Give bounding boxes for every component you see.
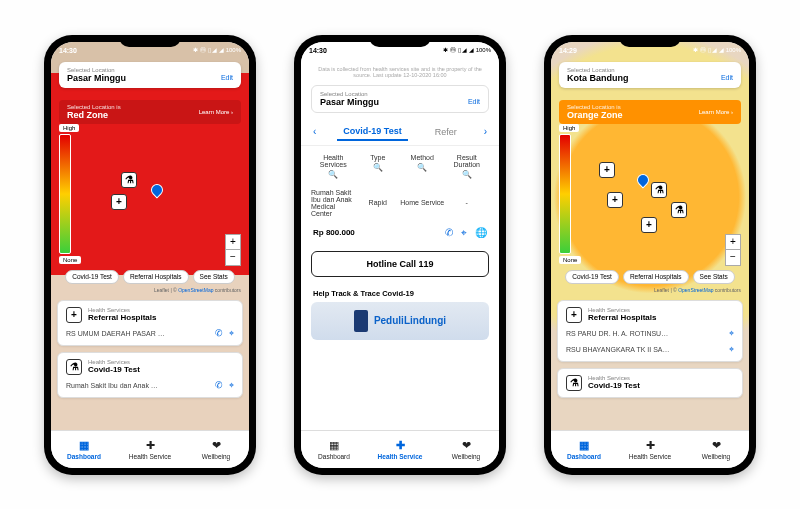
hospital-name: RS UMUM DAERAH PASAR … [66,330,165,337]
globe-icon[interactable]: 🌐 [475,227,487,239]
cell-duration: - [445,199,490,206]
cell-method: Home Service [400,199,445,206]
zoom-in-button[interactable]: + [225,234,241,250]
health-icon: ✚ [396,439,405,452]
map-pin-icon[interactable]: ⌖ [229,380,234,391]
col-method[interactable]: Method [400,154,445,161]
covid-test-card[interactable]: ⚗ Health Services Covid-19 Test Rumah Sa… [57,352,243,398]
marker-hospital-icon[interactable]: + [111,194,127,210]
chevron-left-icon[interactable]: ‹ [313,126,316,137]
referral-card[interactable]: + Health Services Referral Hospitals RS … [557,300,743,362]
edit-link[interactable]: Edit [221,74,233,81]
nav-health-service[interactable]: ✚Health Service [617,431,683,468]
location-name: Pasar Minggu [67,73,126,83]
zone-banner[interactable]: Selected Location is Red Zone Learn More… [59,100,241,124]
nav-wellbeing[interactable]: ❤Wellbeing [183,431,249,468]
marker-hospital-icon[interactable]: + [641,217,657,233]
zone-label: Selected Location is [67,104,121,110]
col-health-services[interactable]: Health Services [311,154,356,168]
map-content[interactable]: + + ⚗ ⚗ + Selected Location Kota Bandung… [551,42,749,430]
marker-lab-icon[interactable]: ⚗ [671,202,687,218]
search-icon[interactable]: 🔍 [356,163,401,172]
list-item[interactable]: RS UMUM DAERAH PASAR … ✆⌖ [66,328,234,339]
col-duration[interactable]: Result Duration [445,154,490,168]
phone-left: 14:30 ✱ ⓜ ▯ ◢ ◢ 100% ⚗ + Selected Locati… [44,35,256,475]
chevron-right-icon[interactable]: › [484,126,487,137]
pill-covid-test[interactable]: Covid-19 Test [65,270,119,285]
map-content[interactable]: ⚗ + Selected Location Pasar Minggu Edit … [51,42,249,430]
nav-dashboard[interactable]: ▦Dashboard [51,431,117,468]
zoom-out-button[interactable]: − [725,250,741,266]
phone-illustration-icon [354,310,368,332]
bottom-nav: ▦Dashboard ✚Health Service ❤Wellbeing [51,430,249,468]
search-icon[interactable]: 🔍 [445,170,490,179]
search-icon[interactable]: 🔍 [311,170,356,179]
phone-icon[interactable]: ✆ [215,380,223,391]
list-item[interactable]: RSU BHAYANGKARA TK II SA… ⌖ [566,344,734,355]
bottom-panel: + Health Services Referral Hospitals RS … [557,300,743,430]
lab-icon: ⚗ [66,359,82,375]
bottom-panel: + Health Services Referral Hospitals RS … [57,300,243,430]
map-attribution: Leaflet | © OpenStreetMap contributors [654,287,741,293]
risk-gradient [559,134,571,254]
dashboard-icon: ▦ [329,439,339,452]
bottom-nav: ▦Dashboard ✚Health Service ❤Wellbeing [301,430,499,468]
map-pin-icon[interactable]: ⌖ [229,328,234,339]
list-item[interactable]: Rumah Sakit Ibu dan Anak … ✆⌖ [66,380,234,391]
learn-more-link[interactable]: Learn More › [699,109,733,115]
screen: 14:30 ✱ ⓜ ▯ ◢ ◢ 100% Data is collected f… [301,42,499,468]
col-type[interactable]: Type [356,154,401,161]
nav-wellbeing[interactable]: ❤Wellbeing [683,431,749,468]
edit-link[interactable]: Edit [468,98,480,105]
peduli-banner[interactable]: PeduliLindungi [311,302,489,340]
marker-hospital-icon[interactable]: + [599,162,615,178]
cell-name: Rumah Sakit Ibu dan Anak Medical Center [311,189,356,217]
osm-link[interactable]: OpenStreetMap [678,287,713,293]
covid-test-card[interactable]: ⚗ Health Services Covid-19 Test [557,368,743,398]
map-pin-icon[interactable]: ⌖ [729,344,734,355]
health-service-content: Data is collected from health services s… [301,60,499,430]
pill-stats[interactable]: See Stats [693,270,735,285]
map-pin-icon[interactable]: ⌖ [461,227,467,239]
notch [119,35,181,47]
dashboard-icon: ▦ [579,439,589,452]
osm-link[interactable]: OpenStreetMap [178,287,213,293]
nav-dashboard[interactable]: ▦Dashboard [301,431,367,468]
map-pin-icon[interactable]: ⌖ [729,328,734,339]
risk-gradient [59,134,71,254]
search-icon[interactable]: 🔍 [400,163,445,172]
learn-more-link[interactable]: Learn More › [199,109,233,115]
track-heading: Help Track & Trace Covid-19 [301,281,499,302]
nav-dashboard[interactable]: ▦Dashboard [551,431,617,468]
referral-card[interactable]: + Health Services Referral Hospitals RS … [57,300,243,346]
marker-lab-icon[interactable]: ⚗ [121,172,137,188]
nav-health-service[interactable]: ✚Health Service [117,431,183,468]
hotline-button[interactable]: Hotline Call 119 [311,251,489,277]
phone-icon[interactable]: ✆ [215,328,223,339]
filter-pills: Covid-19 Test Referral Hospitals See Sta… [555,270,745,285]
location-card[interactable]: Selected Location Pasar Minggu Edit [59,62,241,88]
list-item[interactable]: RS PARU DR. H. A. ROTINSU… ⌖ [566,328,734,339]
location-card[interactable]: Selected Location Kota Bandung Edit [559,62,741,88]
pill-referral[interactable]: Referral Hospitals [123,270,189,285]
location-card[interactable]: Selected Location Pasar Minggu Edit [311,85,489,113]
zoom-out-button[interactable]: − [225,250,241,266]
marker-lab-icon[interactable]: ⚗ [651,182,667,198]
tabs: ‹ Covid-19 Test Refer › [301,119,499,146]
table-header: Health Services🔍 Type🔍 Method🔍 Result Du… [301,146,499,183]
pill-referral[interactable]: Referral Hospitals [623,270,689,285]
price: Rp 800.000 [313,228,355,237]
data-disclaimer: Data is collected from health services s… [301,66,499,79]
pill-covid-test[interactable]: Covid-19 Test [565,270,619,285]
pill-stats[interactable]: See Stats [193,270,235,285]
tab-covid-test[interactable]: Covid-19 Test [337,123,407,141]
table-row[interactable]: Rumah Sakit Ibu dan Anak Medical Center … [301,183,499,223]
nav-health-service[interactable]: ✚Health Service [367,431,433,468]
phone-icon[interactable]: ✆ [445,227,453,239]
zoom-in-button[interactable]: + [725,234,741,250]
edit-link[interactable]: Edit [721,74,733,81]
tab-refer[interactable]: Refer [429,124,463,140]
zone-banner[interactable]: Selected Location is Orange Zone Learn M… [559,100,741,124]
marker-hospital-icon[interactable]: + [607,192,623,208]
nav-wellbeing[interactable]: ❤Wellbeing [433,431,499,468]
